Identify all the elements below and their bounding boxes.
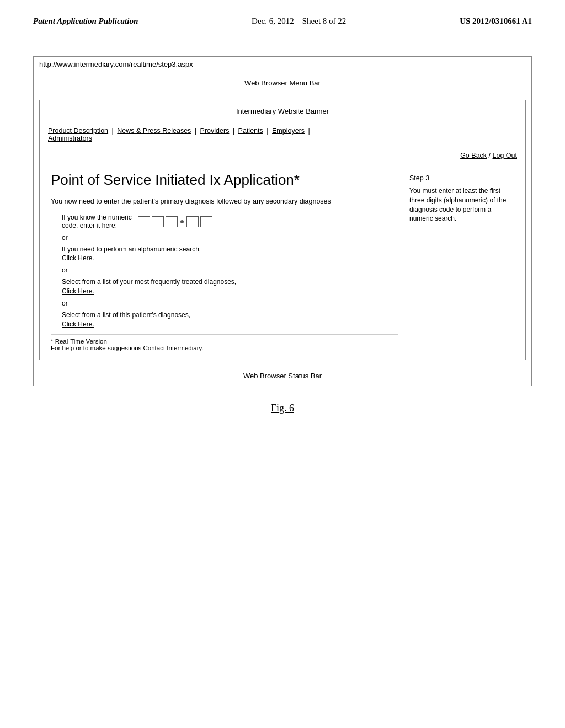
nav-product-description[interactable]: Product Description: [48, 127, 108, 135]
patent-header-right: US 2012/0310661 A1: [460, 17, 532, 26]
browser-address-bar: http://www.intermediary.com/realtime/ste…: [34, 57, 531, 72]
patent-header-left: Patent Application Publication: [33, 17, 138, 26]
page-title: Point of Service Initiated Ix Applicatio…: [51, 172, 398, 189]
or-text-3: or: [62, 299, 398, 307]
contact-intermediary-link[interactable]: Contact Intermediary.: [143, 345, 203, 351]
nav-providers[interactable]: Providers: [200, 127, 230, 135]
website-inner: Intermediary Website Banner Product Desc…: [39, 100, 526, 360]
log-out-link[interactable]: Log Out: [493, 152, 517, 159]
patent-header-center: Dec. 6, 2012 Sheet 8 of 22: [252, 17, 346, 26]
footer-note: * Real-Time Version For help or to make …: [51, 334, 398, 351]
or-text-1: or: [62, 234, 398, 242]
code-boxes: [138, 216, 212, 227]
patient-link[interactable]: Click Here.: [62, 320, 94, 328]
browser-status-bar: Web Browser Status Bar: [34, 366, 531, 386]
nav-employers[interactable]: Employers: [272, 127, 305, 135]
code-box-3[interactable]: [166, 216, 178, 227]
dot-separator: [180, 220, 184, 223]
alphanumeric-section: If you need to perform an alphanumeric s…: [62, 245, 398, 264]
go-back-bar: Go Back / Log Out: [40, 148, 525, 163]
fig-label: Fig. 6: [33, 403, 532, 414]
page-body: Point of Service Initiated Ix Applicatio…: [40, 163, 525, 360]
step-label: Step 3: [409, 174, 514, 182]
code-box-4[interactable]: [186, 216, 199, 227]
intro-text: You now need to enter the patient's prim…: [51, 197, 398, 207]
browser-window: http://www.intermediary.com/realtime/ste…: [33, 56, 532, 386]
numeric-code-row: If you know the numeric code, enter it h…: [62, 213, 398, 231]
numeric-code-label: If you know the numeric code, enter it h…: [62, 213, 134, 231]
step-desc: You must enter at least the first three …: [409, 186, 514, 223]
page-left: Point of Service Initiated Ix Applicatio…: [51, 172, 409, 351]
go-back-link[interactable]: Go Back: [460, 152, 487, 159]
nav-administrators[interactable]: Administrators: [48, 135, 92, 142]
code-box-5[interactable]: [200, 216, 212, 227]
nav-patients[interactable]: Patients: [238, 127, 263, 135]
frequent-link[interactable]: Click Here.: [62, 287, 94, 295]
page-right: Step 3 You must enter at least the first…: [409, 172, 514, 351]
code-box-2[interactable]: [152, 216, 164, 227]
website-banner: Intermediary Website Banner: [40, 100, 525, 122]
or-text-2: or: [62, 266, 398, 274]
nav-links: Product Description | News & Press Relea…: [40, 122, 525, 148]
diagnosis-section: If you know the numeric code, enter it h…: [62, 213, 398, 329]
browser-menu-bar: Web Browser Menu Bar: [34, 72, 531, 94]
nav-news-press-releases[interactable]: News & Press Releases: [117, 127, 191, 135]
alphanumeric-link[interactable]: Click Here.: [62, 254, 94, 262]
patient-section: Select from a list of this patient's dia…: [62, 311, 398, 329]
code-box-1[interactable]: [138, 216, 150, 227]
frequent-section: Select from a list of your most frequent…: [62, 277, 398, 296]
